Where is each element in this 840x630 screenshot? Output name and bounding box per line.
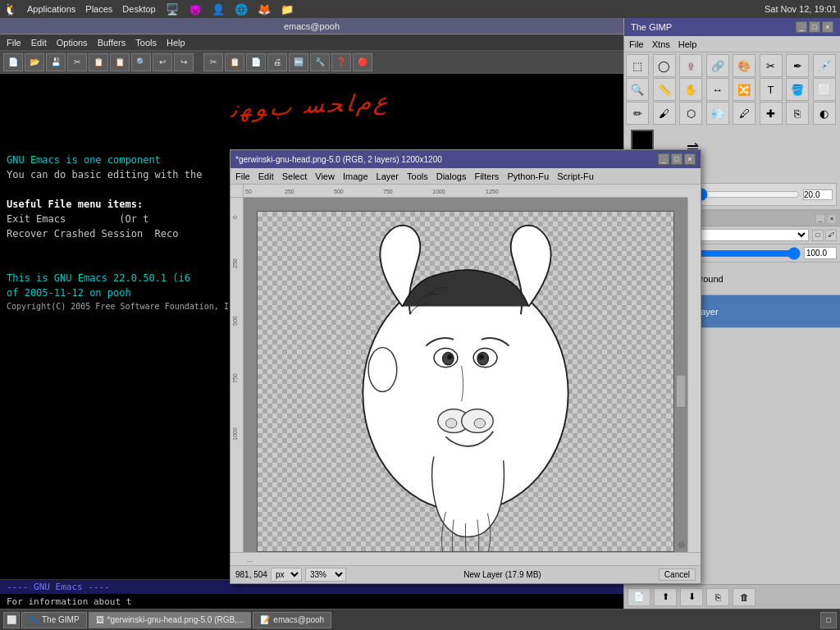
lock-paint[interactable]: 🖊 [825, 230, 837, 241]
copy-btn[interactable]: 📋 [89, 53, 108, 71]
tool-heal[interactable]: ✚ [760, 102, 783, 125]
menu-desktop[interactable]: Desktop [122, 4, 155, 14]
help-icon-btn[interactable]: ❓ [331, 53, 351, 71]
gimp-unit-select[interactable]: px in cm [271, 568, 302, 582]
emacs-menu-options[interactable]: Options [57, 38, 88, 48]
emacs-menu-buffers[interactable]: Buffers [98, 38, 126, 48]
tool-flip[interactable]: 🔀 [733, 78, 756, 101]
tool-zoom[interactable]: 🔍 [626, 78, 649, 101]
tool-bucket[interactable]: 🪣 [786, 78, 809, 101]
img-menu-view[interactable]: View [315, 171, 335, 181]
tool-rect-select[interactable]: ⬚ [626, 54, 649, 77]
emacs-menu-help[interactable]: Help [167, 38, 185, 48]
img-menu-select[interactable]: Select [282, 171, 308, 181]
brush-size-input[interactable]: 20.0 [803, 189, 833, 200]
tool-scissors[interactable]: ✂ [760, 54, 783, 77]
layer-new-btn[interactable]: 📄 [628, 588, 651, 606]
tool-ellipse-select[interactable]: ◯ [653, 54, 676, 77]
gimp-menu-help[interactable]: Help [678, 39, 697, 49]
img-menu-script[interactable]: Script-Fu [557, 171, 594, 181]
svg-text:250: 250 [285, 189, 294, 194]
save-btn[interactable]: 💾 [46, 53, 66, 71]
gimp-img-maximize[interactable]: □ [671, 153, 682, 165]
tool-pencil[interactable]: ✏ [626, 102, 649, 125]
taskbar-end-btn[interactable]: □ [820, 612, 837, 628]
tool-text[interactable]: T [760, 78, 783, 101]
cut2-btn[interactable]: ✂ [203, 53, 223, 71]
gimp-maximize-btn[interactable]: □ [809, 21, 820, 33]
paste-btn[interactable]: 📋 [110, 53, 130, 71]
gimp-cancel-button[interactable]: Cancel [659, 568, 696, 581]
tool-airbrush[interactable]: 💨 [706, 102, 729, 125]
tool-color-picker[interactable]: 💉 [813, 54, 836, 77]
ruler-left: 0 250 500 750 1000 [231, 198, 244, 552]
layers-panel-minimize[interactable]: _ [815, 214, 825, 224]
gimp-image-window: *gerwinski-gnu-head.png-5.0 (RGB, 2 laye… [230, 149, 701, 584]
gimp-minimize-btn[interactable]: _ [796, 21, 807, 33]
gimp-close-btn[interactable]: × [822, 21, 833, 33]
img-menu-dialogs[interactable]: Dialogs [436, 171, 467, 181]
gimp-zoom-select[interactable]: 33% 50% 100% [305, 568, 346, 582]
tool-by-color[interactable]: 🎨 [733, 54, 756, 77]
new-btn[interactable]: 📄 [3, 53, 23, 71]
menu-applications[interactable]: Applications [27, 4, 75, 14]
img-menu-filters[interactable]: Filters [474, 171, 499, 181]
emacs-title: emacs@pooh [284, 21, 340, 31]
tool-paintbrush[interactable]: 🖌 [653, 102, 676, 125]
lock-alpha[interactable]: □ [812, 230, 824, 241]
layer-lower-btn[interactable]: ⬇ [680, 588, 703, 606]
search-btn[interactable]: 🔍 [131, 53, 151, 71]
gimp-img-minimize[interactable]: _ [658, 153, 669, 165]
tool-measure[interactable]: 📏 [653, 78, 676, 101]
gimp-canvas-area[interactable]: ⊕ [244, 198, 687, 552]
cut-btn[interactable]: ✂ [67, 53, 87, 71]
tool-move[interactable]: ✋ [679, 78, 702, 101]
gimp-menu-file[interactable]: File [629, 39, 644, 49]
open-btn[interactable]: 📂 [25, 53, 44, 71]
taskbar-gimp-btn[interactable]: 🐾 The GIMP [21, 612, 87, 628]
tool-paths[interactable]: ✒ [786, 54, 809, 77]
tool-fuzzy-select[interactable]: 🔗 [706, 54, 729, 77]
tool-clone[interactable]: ⎘ [786, 102, 809, 125]
tool-eraser[interactable]: ⬡ [679, 102, 702, 125]
paste2-btn[interactable]: 📄 [246, 53, 266, 71]
emacs-menu-tools[interactable]: Tools [135, 38, 157, 48]
tool-ink[interactable]: 🖊 [733, 102, 756, 125]
gimp-menu-xtns[interactable]: Xtns [652, 39, 670, 49]
emacs-menu-file[interactable]: File [7, 38, 21, 48]
print-btn[interactable]: 🖨 [267, 53, 287, 71]
canvas-corner-dots: ⊕ [678, 539, 686, 550]
gimp-img-close[interactable]: × [684, 153, 696, 165]
layers-panel-close[interactable]: × [827, 214, 837, 224]
tool-dodge[interactable]: ◐ [813, 102, 836, 125]
copy2-btn[interactable]: 📋 [225, 53, 244, 71]
img-menu-python[interactable]: Python-Fu [507, 171, 549, 181]
opacity-value[interactable]: 100.0 [804, 247, 837, 259]
layer-raise-btn[interactable]: ⬆ [654, 588, 677, 606]
taskbar-show-desktop[interactable]: ⬜ [3, 612, 20, 628]
img-menu-image[interactable]: Image [343, 171, 368, 181]
redo-btn[interactable]: ↪ [174, 53, 194, 71]
tool-blend[interactable]: ⬜ [813, 78, 836, 101]
img-menu-edit[interactable]: Edit [258, 171, 274, 181]
emacs-titlebar: emacs@pooh [0, 18, 623, 34]
tool-lasso[interactable]: 🪢 [679, 54, 702, 77]
img-menu-layer[interactable]: Layer [377, 171, 399, 181]
emacs-echo-area[interactable]: For information about t [0, 594, 623, 609]
tools2-btn[interactable]: 🔧 [310, 53, 330, 71]
layer-delete-btn[interactable]: 🗑 [733, 588, 756, 606]
layer-duplicate-btn[interactable]: ⎘ [706, 588, 729, 606]
canvas-row: 0 250 500 750 1000 [231, 198, 701, 552]
info-btn[interactable]: 🔴 [353, 53, 372, 71]
menu-places[interactable]: Places [85, 4, 112, 14]
spell-btn[interactable]: 🔤 [289, 53, 308, 71]
tool-transform[interactable]: ↔ [706, 78, 729, 101]
emacs-menu-edit[interactable]: Edit [31, 38, 47, 48]
img-menu-tools[interactable]: Tools [407, 171, 428, 181]
taskbar-image-btn[interactable]: 🖼 *gerwinski-gnu-head.png-5.0 (RGB,... [89, 612, 252, 628]
scroll-right[interactable] [687, 198, 701, 552]
taskbar-emacs-btn[interactable]: 📝 emacs@pooh [253, 612, 331, 628]
undo-btn[interactable]: ↩ [153, 53, 172, 71]
img-menu-file[interactable]: File [235, 171, 250, 181]
gimp-canvas-container: 50 250 500 750 1000 1250 0 250 500 [231, 185, 701, 565]
